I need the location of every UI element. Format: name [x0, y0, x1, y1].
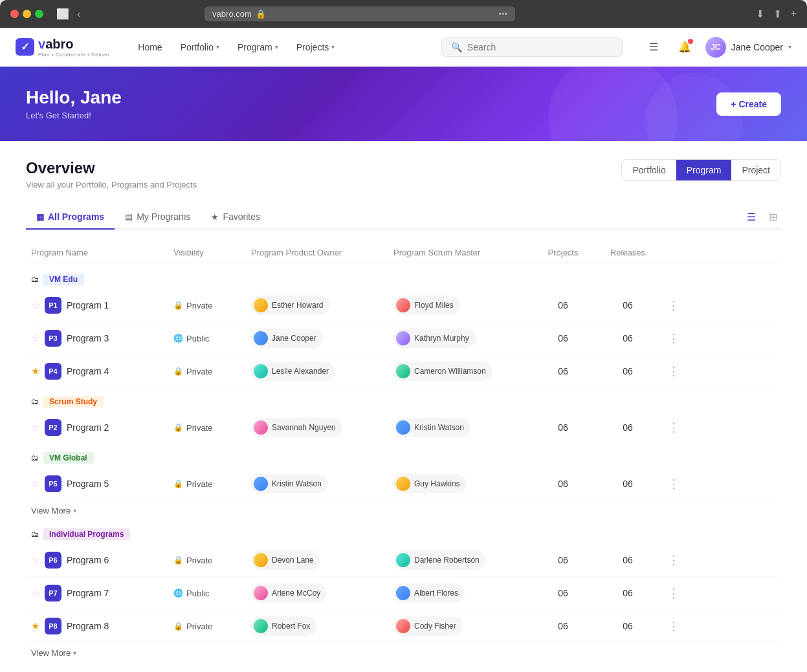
tl-green[interactable] [35, 10, 43, 18]
scrum-master-chip-P4[interactable]: Cameron Williamson [393, 362, 492, 381]
view-toggle-group: Portfolio Program Project [621, 159, 781, 181]
prog-badge-P5: P5 [45, 475, 61, 492]
product-owner-name-P6: Devon Lane [272, 556, 314, 565]
nav-program[interactable]: Program ▾ [230, 38, 286, 56]
tab-all-programs[interactable]: ▦ All Programs [26, 205, 115, 230]
col-product-owner: Program Product Owner [246, 248, 388, 257]
program-row-P5[interactable]: ☆ P5 Program 5 🔒 Private Kristin Watson … [26, 468, 781, 501]
tl-yellow[interactable] [23, 10, 31, 18]
star-btn-P2[interactable]: ☆ [31, 422, 39, 433]
scrum-master-avatar-P4 [396, 364, 410, 378]
nav-projects[interactable]: Projects ▾ [289, 38, 343, 56]
product-owner-chip-P3[interactable]: Jane Cooper [251, 329, 323, 348]
star-btn-P3[interactable]: ☆ [31, 332, 39, 344]
scrum-master-chip-P6[interactable]: Darlene Robertson [393, 550, 486, 570]
group-icon-2: 🗂 [31, 453, 39, 462]
col-projects: Projects [531, 248, 595, 257]
visibility-cell-P6: 🔒 Private [168, 556, 246, 565]
portfolio-toggle-btn[interactable]: Portfolio [622, 160, 676, 180]
program-toggle-btn[interactable]: Program [676, 160, 732, 180]
notes-icon-btn[interactable]: ☰ [643, 37, 664, 58]
create-button[interactable]: + Create [716, 92, 781, 116]
program-row-P2[interactable]: ☆ P2 Program 2 🔒 Private Savannah Nguyen… [26, 411, 781, 444]
program-row-P7[interactable]: ☆ P7 Program 7 🌐 Public Arlene McCoy Alb… [26, 577, 781, 610]
scrum-master-chip-P2[interactable]: Kristin Watson [393, 418, 470, 437]
more-btn-P8[interactable]: ⋮ [665, 619, 682, 633]
notification-dot [688, 39, 693, 44]
nav-home[interactable]: Home [130, 38, 170, 56]
more-btn-P6[interactable]: ⋮ [665, 553, 682, 567]
col-scrum-master: Program Scrum Master [388, 248, 531, 257]
visibility-cell-P2: 🔒 Private [168, 423, 246, 433]
prog-badge-P6: P6 [45, 552, 61, 569]
actions-cell-P8: ⋮ [660, 619, 686, 633]
share-icon[interactable]: ⬆ [773, 8, 782, 20]
more-btn-P4[interactable]: ⋮ [665, 364, 682, 378]
list-view-btn[interactable]: ☰ [743, 208, 760, 226]
scrum-master-chip-P8[interactable]: Cody Fisher [393, 616, 463, 636]
view-more-3[interactable]: View More ▾ [26, 643, 781, 663]
star-btn-P8[interactable]: ★ [31, 620, 39, 632]
star-btn-P4[interactable]: ★ [31, 365, 39, 377]
scrum-master-name-P8: Cody Fisher [414, 622, 456, 631]
tab-favorites[interactable]: ★ Favorites [201, 205, 271, 230]
projects-cell-P4: 06 [531, 366, 595, 376]
product-owner-chip-P6[interactable]: Devon Lane [251, 550, 320, 570]
scrum-master-cell-P4: Cameron Williamson [388, 362, 531, 381]
program-row-P6[interactable]: ☆ P6 Program 6 🔒 Private Devon Lane Darl… [26, 544, 781, 577]
tab-my-programs[interactable]: ▤ My Programs [115, 205, 201, 230]
scrum-master-chip-P3[interactable]: Kathryn Murphy [393, 329, 476, 348]
product-owner-chip-P1[interactable]: Esther Howard [251, 296, 329, 315]
new-tab-icon[interactable]: + [791, 8, 797, 20]
star-btn-P6[interactable]: ☆ [31, 554, 39, 566]
releases-cell-P1: 06 [595, 300, 660, 310]
star-btn-P1[interactable]: ☆ [31, 299, 39, 311]
actions-cell-P3: ⋮ [660, 331, 686, 345]
back-nav-icon[interactable]: ‹ [77, 8, 80, 20]
product-owner-chip-P5[interactable]: Kristin Watson [251, 474, 328, 493]
search-input[interactable] [467, 42, 613, 52]
user-info[interactable]: JC Jane Cooper ▾ [705, 37, 791, 58]
project-toggle-btn[interactable]: Project [731, 160, 780, 180]
download-icon[interactable]: ⬇ [756, 8, 764, 20]
address-bar[interactable]: vabro.com 🔒 ••• [205, 6, 515, 21]
actions-cell-P1: ⋮ [660, 298, 686, 312]
star-btn-P5[interactable]: ☆ [31, 478, 39, 490]
notifications-btn[interactable]: 🔔 [674, 37, 695, 58]
group-label-3: 🗂 Individual Programs [26, 521, 781, 544]
logo[interactable]: ✓ vabro Plan • Collaborate • Deliver [16, 37, 109, 58]
tl-red[interactable] [10, 10, 19, 18]
more-btn-P5[interactable]: ⋮ [665, 477, 682, 491]
search-bar[interactable]: 🔍 [441, 38, 623, 57]
more-btn-P7[interactable]: ⋮ [665, 586, 682, 600]
product-owner-chip-P8[interactable]: Robert Fox [251, 616, 316, 636]
scrum-master-avatar-P1 [396, 298, 410, 312]
more-btn-P3[interactable]: ⋮ [665, 331, 682, 345]
sidebar-toggle-icon[interactable]: ⬜ [56, 8, 69, 20]
my-programs-icon: ▤ [125, 212, 133, 222]
scrum-master-name-P4: Cameron Williamson [414, 367, 486, 376]
all-programs-label: All Programs [48, 211, 104, 222]
product-owner-chip-P4[interactable]: Leslie Alexander [251, 362, 335, 381]
product-owner-chip-P2[interactable]: Savannah Nguyen [251, 418, 342, 437]
nav-portfolio[interactable]: Portfolio ▾ [173, 38, 227, 56]
program-row-P4[interactable]: ★ P4 Program 4 🔒 Private Leslie Alexande… [26, 355, 781, 388]
more-btn-P1[interactable]: ⋮ [665, 298, 682, 312]
product-owner-name-P1: Esther Howard [272, 301, 323, 310]
scrum-master-chip-P5[interactable]: Guy Hawkins [393, 474, 467, 493]
grid-view-btn[interactable]: ⊞ [765, 208, 781, 226]
prog-badge-P4: P4 [45, 363, 61, 380]
view-more-2[interactable]: View More ▾ [26, 501, 781, 521]
projects-cell-P6: 06 [531, 555, 595, 565]
program-row-P3[interactable]: ☆ P3 Program 3 🌐 Public Jane Cooper Kath… [26, 322, 781, 355]
scrum-master-chip-P1[interactable]: Floyd Miles [393, 296, 460, 315]
star-btn-P7[interactable]: ☆ [31, 587, 39, 599]
program-row-P1[interactable]: ☆ P1 Program 1 🔒 Private Esther Howard F… [26, 289, 781, 322]
group-tag-2: VM Global [43, 452, 94, 464]
scrum-master-chip-P7[interactable]: Albert Flores [393, 583, 465, 603]
more-btn-P2[interactable]: ⋮ [665, 420, 682, 435]
product-owner-avatar-P8 [254, 619, 268, 633]
product-owner-chip-P7[interactable]: Arlene McCoy [251, 583, 327, 603]
navbar: ✓ vabro Plan • Collaborate • Deliver Hom… [0, 28, 807, 67]
program-row-P8[interactable]: ★ P8 Program 8 🔒 Private Robert Fox Cody… [26, 610, 781, 643]
